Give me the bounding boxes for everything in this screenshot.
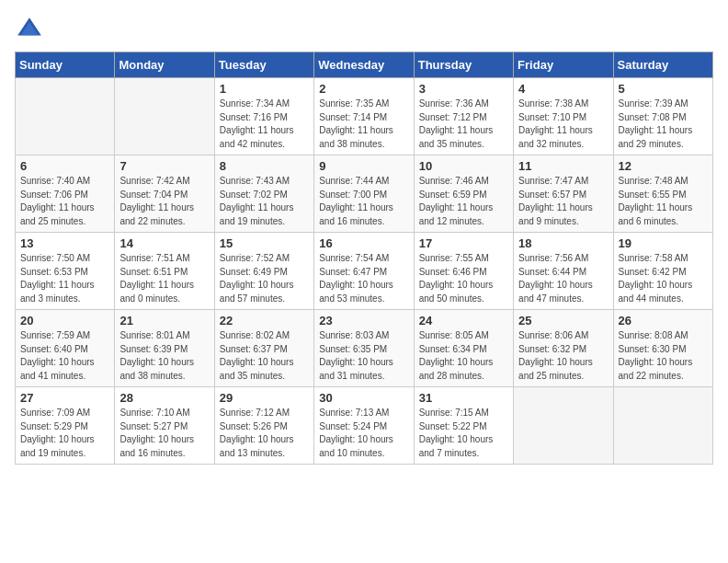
day-info: Sunrise: 7:15 AMSunset: 5:22 PMDaylight:…	[419, 407, 508, 460]
calendar-week-row: 13Sunrise: 7:50 AMSunset: 6:53 PMDayligh…	[16, 233, 713, 310]
calendar-day-cell: 8Sunrise: 7:43 AMSunset: 7:02 PMDaylight…	[214, 155, 313, 233]
day-info: Sunrise: 7:55 AMSunset: 6:46 PMDaylight:…	[419, 252, 508, 305]
day-info: Sunrise: 8:03 AMSunset: 6:35 PMDaylight:…	[319, 329, 408, 383]
day-number: 31	[419, 391, 508, 405]
day-info: Sunrise: 7:40 AMSunset: 7:06 PMDaylight:…	[20, 175, 109, 228]
day-number: 6	[20, 159, 109, 173]
weekday-header-cell: Wednesday	[314, 52, 414, 78]
day-number: 7	[119, 159, 209, 173]
day-info: Sunrise: 8:05 AMSunset: 6:34 PMDaylight:…	[419, 329, 508, 383]
calendar-table: SundayMondayTuesdayWednesdayThursdayFrid…	[15, 52, 713, 465]
day-number: 21	[119, 314, 209, 327]
calendar-day-cell: 11Sunrise: 7:47 AMSunset: 6:57 PMDayligh…	[514, 155, 613, 233]
day-info: Sunrise: 7:42 AMSunset: 7:04 PMDaylight:…	[119, 175, 209, 228]
calendar-day-cell: 23Sunrise: 8:03 AMSunset: 6:35 PMDayligh…	[314, 310, 414, 387]
day-number: 1	[220, 82, 309, 96]
calendar-day-cell: 4Sunrise: 7:38 AMSunset: 7:10 PMDaylight…	[514, 78, 613, 155]
day-number: 25	[518, 314, 608, 327]
calendar-day-cell	[16, 78, 115, 155]
day-number: 14	[119, 236, 209, 250]
day-info: Sunrise: 7:58 AMSunset: 6:42 PMDaylight:…	[619, 252, 708, 305]
day-number: 2	[319, 82, 408, 96]
calendar-day-cell: 2Sunrise: 7:35 AMSunset: 7:14 PMDaylight…	[314, 78, 414, 155]
day-number: 19	[619, 236, 708, 250]
calendar-week-row: 1Sunrise: 7:34 AMSunset: 7:16 PMDaylight…	[16, 78, 713, 155]
weekday-header-row: SundayMondayTuesdayWednesdayThursdayFrid…	[16, 52, 713, 78]
day-number: 13	[20, 236, 109, 250]
calendar-day-cell: 10Sunrise: 7:46 AMSunset: 6:59 PMDayligh…	[414, 155, 513, 233]
day-info: Sunrise: 7:47 AMSunset: 6:57 PMDaylight:…	[518, 175, 608, 228]
day-number: 3	[419, 82, 508, 96]
calendar-day-cell: 9Sunrise: 7:44 AMSunset: 7:00 PMDaylight…	[314, 155, 414, 233]
day-info: Sunrise: 8:06 AMSunset: 6:32 PMDaylight:…	[518, 329, 608, 383]
page-header	[15, 15, 713, 44]
calendar-day-cell: 29Sunrise: 7:12 AMSunset: 5:26 PMDayligh…	[214, 387, 313, 465]
day-info: Sunrise: 7:54 AMSunset: 6:47 PMDaylight:…	[319, 252, 408, 305]
day-info: Sunrise: 7:12 AMSunset: 5:26 PMDaylight:…	[220, 407, 309, 460]
weekday-header-cell: Monday	[115, 52, 214, 78]
calendar-day-cell: 12Sunrise: 7:48 AMSunset: 6:55 PMDayligh…	[613, 155, 712, 233]
day-number: 5	[619, 82, 708, 96]
day-info: Sunrise: 7:52 AMSunset: 6:49 PMDaylight:…	[220, 252, 309, 305]
day-info: Sunrise: 7:13 AMSunset: 5:24 PMDaylight:…	[319, 407, 408, 460]
day-number: 22	[220, 314, 309, 327]
day-number: 15	[220, 236, 309, 250]
day-info: Sunrise: 7:56 AMSunset: 6:44 PMDaylight:…	[518, 252, 608, 305]
day-info: Sunrise: 7:38 AMSunset: 7:10 PMDaylight:…	[518, 98, 608, 151]
calendar-day-cell	[613, 387, 712, 465]
day-info: Sunrise: 7:59 AMSunset: 6:40 PMDaylight:…	[20, 329, 109, 383]
day-number: 20	[20, 314, 109, 327]
day-number: 28	[119, 391, 209, 405]
day-info: Sunrise: 7:50 AMSunset: 6:53 PMDaylight:…	[20, 252, 109, 305]
day-info: Sunrise: 7:39 AMSunset: 7:08 PMDaylight:…	[619, 98, 708, 151]
day-info: Sunrise: 7:35 AMSunset: 7:14 PMDaylight:…	[319, 98, 408, 151]
calendar-day-cell: 30Sunrise: 7:13 AMSunset: 5:24 PMDayligh…	[314, 387, 414, 465]
calendar-day-cell: 31Sunrise: 7:15 AMSunset: 5:22 PMDayligh…	[414, 387, 513, 465]
calendar-day-cell: 26Sunrise: 8:08 AMSunset: 6:30 PMDayligh…	[613, 310, 712, 387]
calendar-day-cell: 7Sunrise: 7:42 AMSunset: 7:04 PMDaylight…	[115, 155, 214, 233]
day-number: 12	[619, 159, 708, 173]
day-number: 23	[319, 314, 408, 327]
day-number: 18	[518, 236, 608, 250]
weekday-header-cell: Friday	[514, 52, 613, 78]
day-number: 17	[419, 236, 508, 250]
weekday-header-cell: Sunday	[16, 52, 115, 78]
day-number: 11	[518, 159, 608, 173]
calendar-day-cell: 28Sunrise: 7:10 AMSunset: 5:27 PMDayligh…	[115, 387, 214, 465]
calendar-week-row: 20Sunrise: 7:59 AMSunset: 6:40 PMDayligh…	[16, 310, 713, 387]
weekday-header-cell: Saturday	[613, 52, 712, 78]
weekday-header-cell: Tuesday	[214, 52, 313, 78]
day-info: Sunrise: 7:34 AMSunset: 7:16 PMDaylight:…	[220, 98, 309, 151]
calendar-day-cell: 19Sunrise: 7:58 AMSunset: 6:42 PMDayligh…	[613, 233, 712, 310]
day-info: Sunrise: 7:48 AMSunset: 6:55 PMDaylight:…	[619, 175, 708, 228]
day-info: Sunrise: 7:43 AMSunset: 7:02 PMDaylight:…	[220, 175, 309, 228]
calendar-week-row: 27Sunrise: 7:09 AMSunset: 5:29 PMDayligh…	[16, 387, 713, 465]
day-number: 29	[220, 391, 309, 405]
day-info: Sunrise: 8:08 AMSunset: 6:30 PMDaylight:…	[619, 329, 708, 383]
day-number: 8	[220, 159, 309, 173]
calendar-day-cell: 27Sunrise: 7:09 AMSunset: 5:29 PMDayligh…	[16, 387, 115, 465]
calendar-day-cell: 1Sunrise: 7:34 AMSunset: 7:16 PMDaylight…	[214, 78, 313, 155]
calendar-day-cell: 18Sunrise: 7:56 AMSunset: 6:44 PMDayligh…	[514, 233, 613, 310]
day-info: Sunrise: 7:44 AMSunset: 7:00 PMDaylight:…	[319, 175, 408, 228]
day-number: 26	[619, 314, 708, 327]
weekday-header-cell: Thursday	[414, 52, 513, 78]
day-number: 24	[419, 314, 508, 327]
day-number: 16	[319, 236, 408, 250]
calendar-day-cell: 14Sunrise: 7:51 AMSunset: 6:51 PMDayligh…	[115, 233, 214, 310]
calendar-day-cell: 6Sunrise: 7:40 AMSunset: 7:06 PMDaylight…	[16, 155, 115, 233]
day-info: Sunrise: 7:46 AMSunset: 6:59 PMDaylight:…	[419, 175, 508, 228]
day-info: Sunrise: 8:01 AMSunset: 6:39 PMDaylight:…	[119, 329, 209, 383]
day-info: Sunrise: 7:10 AMSunset: 5:27 PMDaylight:…	[119, 407, 209, 460]
day-number: 9	[319, 159, 408, 173]
calendar-day-cell: 16Sunrise: 7:54 AMSunset: 6:47 PMDayligh…	[314, 233, 414, 310]
calendar-day-cell: 17Sunrise: 7:55 AMSunset: 6:46 PMDayligh…	[414, 233, 513, 310]
calendar-day-cell: 5Sunrise: 7:39 AMSunset: 7:08 PMDaylight…	[613, 78, 712, 155]
calendar-day-cell	[514, 387, 613, 465]
day-info: Sunrise: 7:51 AMSunset: 6:51 PMDaylight:…	[119, 252, 209, 305]
calendar-day-cell: 22Sunrise: 8:02 AMSunset: 6:37 PMDayligh…	[214, 310, 313, 387]
calendar-day-cell: 3Sunrise: 7:36 AMSunset: 7:12 PMDaylight…	[414, 78, 513, 155]
calendar-day-cell: 20Sunrise: 7:59 AMSunset: 6:40 PMDayligh…	[16, 310, 115, 387]
day-info: Sunrise: 8:02 AMSunset: 6:37 PMDaylight:…	[220, 329, 309, 383]
day-number: 27	[20, 391, 109, 405]
